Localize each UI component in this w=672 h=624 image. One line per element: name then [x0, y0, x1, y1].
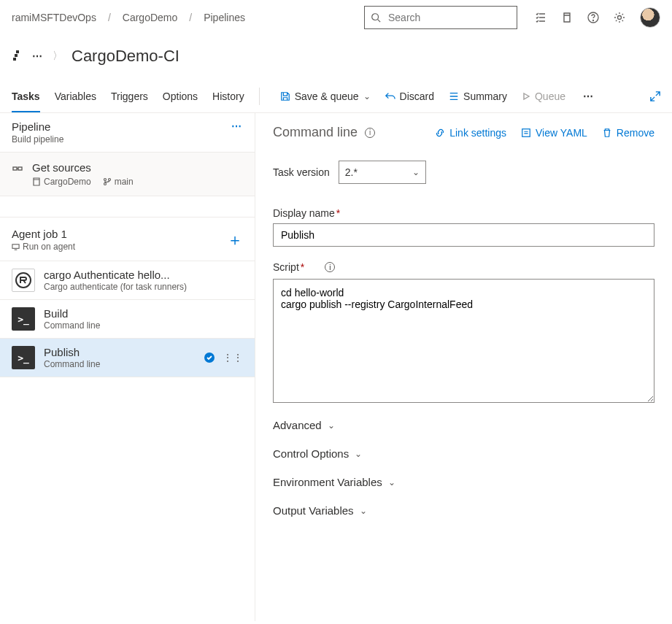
section-label: Advanced: [273, 419, 322, 431]
tab-variables[interactable]: Variables: [55, 80, 96, 112]
task-title: Publish: [44, 346, 100, 358]
rust-icon: [12, 269, 35, 292]
remove-label: Remove: [617, 127, 654, 139]
repo-name: CargoDemo: [44, 177, 91, 187]
tab-history[interactable]: History: [212, 80, 244, 112]
script-textarea[interactable]: [273, 279, 654, 403]
help-icon[interactable]: [587, 12, 599, 23]
info-icon[interactable]: i: [325, 262, 335, 272]
search-icon: [371, 12, 381, 23]
task-build[interactable]: >_ Build Command line: [0, 300, 255, 339]
get-sources-item[interactable]: Get sources CargoDemo main: [0, 153, 255, 196]
pipeline-title: Pipeline: [12, 120, 63, 133]
task-title: cargo Authenticate hello...: [44, 269, 187, 281]
svg-point-10: [104, 179, 106, 181]
undo-icon: [385, 91, 395, 101]
breadcrumb: ramiMSFTDevOps / CargoDemo / Pipelines: [12, 12, 245, 23]
breadcrumb-sep: /: [108, 12, 111, 23]
breadcrumb-sep: /: [189, 12, 192, 23]
get-sources-title: Get sources: [32, 161, 134, 174]
script-label: Script*: [273, 261, 304, 273]
svg-rect-6: [15, 54, 18, 57]
pipeline-subtitle: Build pipeline: [12, 134, 63, 145]
task-cargo-authenticate[interactable]: cargo Authenticate hello... Cargo authen…: [0, 261, 255, 300]
chevron-down-icon: ⌄: [412, 167, 420, 177]
agent-icon: [12, 243, 20, 251]
queue-label: Queue: [535, 90, 565, 102]
section-advanced[interactable]: Advanced ⌄: [273, 419, 654, 431]
pipeline-icon: [12, 50, 23, 62]
display-name-label: Display name*: [273, 207, 340, 219]
svg-point-0: [372, 14, 379, 20]
svg-rect-8: [13, 167, 17, 170]
branch-name: main: [115, 177, 134, 187]
title-more-button[interactable]: ⋯: [32, 50, 44, 62]
trash-icon: [602, 128, 612, 138]
section-label: Output Variables: [273, 504, 354, 517]
remove-button[interactable]: Remove: [602, 127, 654, 139]
task-subtitle: Command line: [44, 320, 100, 331]
breadcrumb-section[interactable]: Pipelines: [204, 12, 245, 23]
discard-label: Discard: [400, 90, 434, 102]
page-title: CargoDemo-CI: [72, 47, 179, 66]
svg-rect-7: [16, 50, 19, 53]
panel-title: Command line: [273, 125, 358, 140]
svg-point-3: [593, 20, 594, 21]
avatar[interactable]: [640, 7, 660, 28]
chevron-down-icon: ⌄: [363, 91, 371, 101]
add-task-button[interactable]: ＋: [227, 229, 243, 251]
task-version-label: Task version: [273, 166, 330, 178]
breadcrumb-org[interactable]: ramiMSFTDevOps: [12, 12, 96, 23]
section-output-vars[interactable]: Output Variables ⌄: [273, 504, 654, 517]
queue-button: Queue: [516, 85, 571, 108]
svg-rect-5: [13, 58, 16, 61]
info-icon[interactable]: i: [365, 128, 375, 138]
task-publish[interactable]: >_ Publish Command line ⋮⋮: [0, 339, 255, 377]
svg-rect-13: [12, 244, 19, 248]
save-icon: [280, 91, 290, 101]
save-queue-button[interactable]: Save & queue ⌄: [274, 85, 376, 108]
branch-icon: [103, 177, 112, 186]
summary-button[interactable]: Summary: [443, 85, 513, 108]
task-title: Build: [44, 307, 100, 320]
task-version-select[interactable]: 2.* ⌄: [339, 161, 426, 184]
task-version-value: 2.*: [345, 166, 358, 178]
toolbar-more-button[interactable]: ⋯: [583, 90, 595, 102]
display-name-input[interactable]: [273, 223, 654, 247]
svg-point-12: [108, 179, 110, 181]
link-settings-label: Link settings: [449, 127, 506, 139]
list-icon: [449, 91, 459, 101]
toolbar-divider: [259, 88, 260, 105]
section-control-options[interactable]: Control Options ⌄: [273, 447, 654, 460]
drag-handle-icon[interactable]: ⋮⋮: [223, 355, 243, 361]
section-env-vars[interactable]: Environment Variables ⌄: [273, 476, 654, 488]
marketplace-icon[interactable]: [561, 12, 573, 23]
discard-button[interactable]: Discard: [379, 85, 440, 108]
check-circle-icon: [204, 352, 215, 363]
repo-icon: [32, 177, 41, 186]
breadcrumb-project[interactable]: CargoDemo: [123, 12, 177, 23]
fullscreen-icon[interactable]: [650, 91, 660, 101]
chevron-down-icon: ⌄: [328, 420, 335, 431]
sources-icon: [12, 163, 23, 174]
view-yaml-button[interactable]: View YAML: [521, 127, 587, 139]
search-box[interactable]: [364, 6, 517, 29]
search-input[interactable]: [387, 11, 511, 24]
chevron-down-icon: ⌄: [388, 477, 395, 488]
pipeline-more-button[interactable]: ⋯: [231, 120, 243, 132]
chevron-right-icon: 〉: [53, 50, 63, 63]
summary-label: Summary: [463, 90, 507, 102]
agent-job-item[interactable]: Agent job 1 Run on agent ＋: [0, 217, 255, 261]
view-yaml-label: View YAML: [536, 127, 587, 139]
task-subtitle: Command line: [44, 359, 100, 369]
tab-triggers[interactable]: Triggers: [111, 80, 148, 112]
tab-options[interactable]: Options: [163, 80, 198, 112]
commandline-icon: >_: [12, 307, 35, 331]
tab-tasks[interactable]: Tasks: [12, 80, 40, 112]
chevron-down-icon: ⌄: [360, 506, 367, 516]
commandline-icon: >_: [12, 346, 35, 369]
svg-rect-16: [522, 128, 530, 136]
settings-icon[interactable]: [614, 12, 625, 23]
link-settings-button[interactable]: Link settings: [435, 127, 506, 139]
task-list-icon[interactable]: [535, 12, 547, 23]
